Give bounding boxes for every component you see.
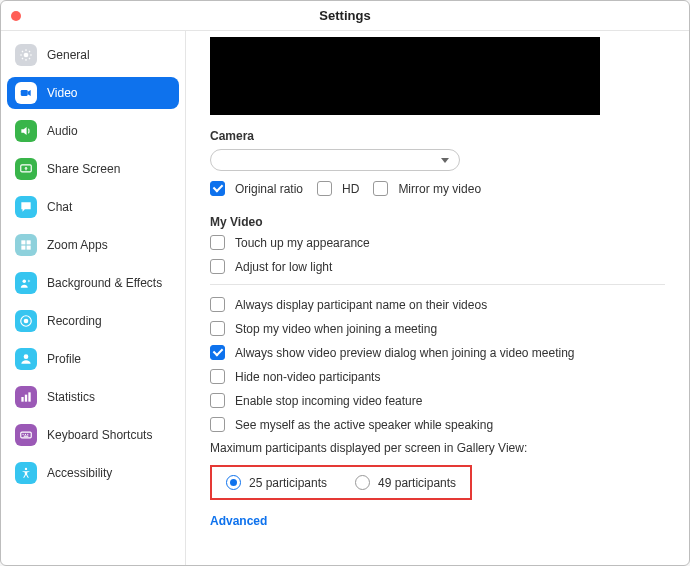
divider — [210, 284, 665, 285]
checkbox-icon[interactable] — [210, 393, 225, 408]
svg-rect-18 — [24, 436, 29, 437]
sidebar-item-keyboard-shortcuts[interactable]: Keyboard Shortcuts — [7, 419, 179, 451]
svg-point-16 — [25, 434, 26, 435]
svg-rect-11 — [21, 397, 23, 402]
svg-point-19 — [25, 468, 27, 470]
window-title: Settings — [319, 8, 370, 23]
sidebar-item-label: Recording — [47, 314, 102, 328]
mirror-video-label: Mirror my video — [398, 182, 481, 196]
sidebar-item-label: Background & Effects — [47, 276, 162, 290]
see-self-active-label: See myself as the active speaker while s… — [235, 418, 493, 432]
checkbox-icon[interactable] — [210, 345, 225, 360]
advanced-link[interactable]: Advanced — [210, 514, 267, 528]
sidebar-item-label: Chat — [47, 200, 72, 214]
checkbox-icon[interactable] — [210, 259, 225, 274]
body: GeneralVideoAudioShare ScreenChatZoom Ap… — [1, 31, 689, 565]
highlight-annotation: 25 participants 49 participants — [210, 465, 472, 500]
zoom-apps-icon — [15, 234, 37, 256]
stop-on-join-label: Stop my video when joining a meeting — [235, 322, 437, 336]
camera-options-row: Original ratio HD Mirror my video — [210, 181, 665, 205]
sidebar-item-label: Statistics — [47, 390, 95, 404]
camera-heading: Camera — [210, 129, 665, 143]
svg-rect-1 — [21, 90, 28, 96]
sidebar-item-background-effects[interactable]: Background & Effects — [7, 267, 179, 299]
sidebar-item-zoom-apps[interactable]: Zoom Apps — [7, 229, 179, 261]
sidebar-item-video[interactable]: Video — [7, 77, 179, 109]
original-ratio-label: Original ratio — [235, 182, 303, 196]
checkbox-icon[interactable] — [210, 235, 225, 250]
touch-up-label: Touch up my appearance — [235, 236, 370, 250]
video-settings-panel: Camera Original ratio HD Mirror my video… — [186, 31, 689, 565]
sidebar-item-label: Accessibility — [47, 466, 112, 480]
low-light-option[interactable]: Adjust for low light — [210, 259, 665, 274]
radio-icon[interactable] — [355, 475, 370, 490]
sidebar-item-accessibility[interactable]: Accessibility — [7, 457, 179, 489]
sidebar-item-label: Keyboard Shortcuts — [47, 428, 152, 442]
video-icon — [15, 82, 37, 104]
profile-icon — [15, 348, 37, 370]
svg-rect-3 — [21, 240, 25, 244]
close-window-icon[interactable] — [11, 11, 21, 21]
gallery-radio-group: 25 participants 49 participants — [218, 469, 464, 496]
hide-nonvideo-option[interactable]: Hide non-video participants — [210, 369, 665, 384]
checkbox-icon[interactable] — [317, 181, 332, 196]
gallery-49-label: 49 participants — [378, 476, 456, 490]
stop-incoming-option[interactable]: Enable stop incoming video feature — [210, 393, 665, 408]
svg-point-7 — [23, 280, 27, 284]
svg-point-17 — [27, 434, 28, 435]
accessibility-icon — [15, 462, 37, 484]
settings-sidebar: GeneralVideoAudioShare ScreenChatZoom Ap… — [1, 31, 186, 565]
svg-point-9 — [24, 319, 29, 324]
svg-rect-14 — [21, 432, 32, 438]
radio-icon[interactable] — [226, 475, 241, 490]
sidebar-item-label: General — [47, 48, 90, 62]
sidebar-item-profile[interactable]: Profile — [7, 343, 179, 375]
checkbox-icon[interactable] — [210, 321, 225, 336]
gallery-49-option[interactable]: 49 participants — [355, 475, 456, 490]
gallery-25-option[interactable]: 25 participants — [226, 475, 327, 490]
sidebar-item-chat[interactable]: Chat — [7, 191, 179, 223]
sidebar-item-statistics[interactable]: Statistics — [7, 381, 179, 413]
display-name-label: Always display participant name on their… — [235, 298, 487, 312]
hide-nonvideo-label: Hide non-video participants — [235, 370, 380, 384]
chat-icon — [15, 196, 37, 218]
display-name-option[interactable]: Always display participant name on their… — [210, 297, 665, 312]
video-preview — [210, 37, 600, 115]
checkbox-icon[interactable] — [210, 297, 225, 312]
see-self-active-option[interactable]: See myself as the active speaker while s… — [210, 417, 665, 432]
svg-rect-6 — [27, 246, 31, 250]
hd-label: HD — [342, 182, 359, 196]
touch-up-option[interactable]: Touch up my appearance — [210, 235, 665, 250]
settings-window: Settings GeneralVideoAudioShare ScreenCh… — [0, 0, 690, 566]
checkbox-icon[interactable] — [373, 181, 388, 196]
checkbox-icon[interactable] — [210, 181, 225, 196]
keyboard-shortcuts-icon — [15, 424, 37, 446]
my-video-heading: My Video — [210, 215, 665, 229]
sidebar-item-label: Audio — [47, 124, 78, 138]
checkbox-icon[interactable] — [210, 369, 225, 384]
camera-select[interactable] — [210, 149, 460, 171]
low-light-label: Adjust for low light — [235, 260, 332, 274]
preview-dialog-label: Always show video preview dialog when jo… — [235, 346, 575, 360]
stop-on-join-option[interactable]: Stop my video when joining a meeting — [210, 321, 665, 336]
titlebar: Settings — [1, 1, 689, 31]
sidebar-item-label: Share Screen — [47, 162, 120, 176]
sidebar-item-share-screen[interactable]: Share Screen — [7, 153, 179, 185]
stop-incoming-label: Enable stop incoming video feature — [235, 394, 422, 408]
svg-rect-4 — [27, 240, 31, 244]
sidebar-item-recording[interactable]: Recording — [7, 305, 179, 337]
svg-rect-5 — [21, 246, 25, 250]
checkbox-icon[interactable] — [210, 417, 225, 432]
preview-dialog-option[interactable]: Always show video preview dialog when jo… — [210, 345, 665, 360]
hd-option[interactable]: HD — [317, 181, 359, 196]
original-ratio-option[interactable]: Original ratio — [210, 181, 303, 196]
mirror-video-option[interactable]: Mirror my video — [373, 181, 481, 196]
sidebar-item-general[interactable]: General — [7, 39, 179, 71]
recording-icon — [15, 310, 37, 332]
sidebar-item-audio[interactable]: Audio — [7, 115, 179, 147]
gallery-25-label: 25 participants — [249, 476, 327, 490]
statistics-icon — [15, 386, 37, 408]
svg-point-10 — [24, 354, 29, 359]
background-effects-icon — [15, 272, 37, 294]
share-screen-icon — [15, 158, 37, 180]
